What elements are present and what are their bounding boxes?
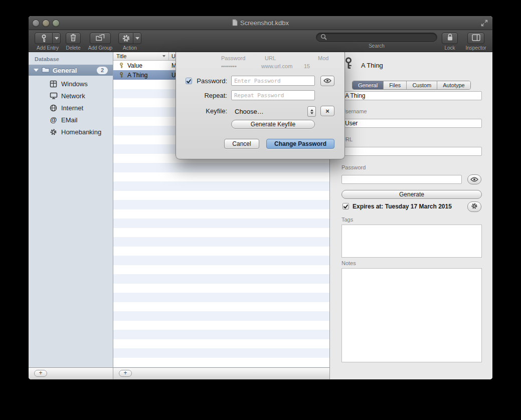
title-field[interactable]	[341, 91, 482, 100]
password-label: Password	[341, 164, 366, 170]
lock-icon	[446, 33, 454, 44]
lock-label: Lock	[441, 45, 459, 51]
document-icon	[232, 17, 238, 31]
keyfile-stepper[interactable]	[307, 106, 316, 117]
tags-field[interactable]	[341, 225, 482, 258]
inspector-panel: A Thing General Files Custom Autotype Us…	[330, 52, 492, 379]
change-password-button[interactable]: Change Password	[266, 139, 334, 149]
add-group-plus-button[interactable]: +	[34, 370, 47, 377]
password-checkbox[interactable]	[186, 78, 192, 84]
inspector-tabs: General Files Custom Autotype	[352, 81, 471, 90]
desktop: Screenshot.kdbx Add Entry Delete	[0, 0, 521, 420]
sidebar-item-label: EMail	[61, 116, 78, 124]
sidebar-group-label: General	[53, 67, 97, 74]
sidebar-item-internet[interactable]: Internet	[29, 102, 113, 114]
key-icon	[118, 72, 124, 80]
email-icon: @	[49, 116, 58, 123]
ghost-password-header: Password	[221, 55, 245, 61]
folders-icon	[95, 34, 105, 44]
sidebar-item-windows[interactable]: Windows	[29, 78, 113, 90]
eye-icon	[470, 175, 478, 184]
ghost-url-header: URL	[265, 55, 276, 61]
repeat-password-input[interactable]	[231, 90, 315, 100]
username-label: Username	[341, 108, 367, 114]
tags-label: Tags	[341, 217, 353, 223]
sidebar-item-label: Network	[61, 92, 85, 100]
list-bottom-bar: +	[113, 367, 329, 379]
add-group-button[interactable]	[90, 33, 111, 44]
url-field[interactable]	[341, 147, 482, 156]
tab-autotype[interactable]: Autotype	[437, 81, 470, 89]
sidebar: Database General 2 Windows Network	[29, 52, 113, 379]
action-button[interactable]	[118, 33, 141, 44]
password-field[interactable]	[341, 175, 462, 184]
clear-keyfile-button[interactable]: ×	[320, 106, 334, 116]
entry-title: A Thing	[127, 72, 147, 79]
inspector-button[interactable]	[467, 33, 484, 44]
tab-files[interactable]: Files	[383, 81, 406, 89]
close-icon: ×	[325, 107, 329, 115]
titlebar: Screenshot.kdbx	[29, 16, 492, 30]
add-group-label: Add Group	[86, 45, 114, 51]
chevron-down-icon[interactable]	[133, 33, 141, 44]
show-password-button[interactable]	[320, 76, 334, 86]
network-icon	[49, 92, 58, 99]
arrow-up-icon	[310, 109, 313, 111]
cancel-button[interactable]: Cancel	[224, 139, 259, 149]
username-field[interactable]	[341, 119, 482, 128]
add-entry-plus-button[interactable]: +	[119, 370, 132, 377]
disclosure-triangle-icon[interactable]	[34, 69, 39, 72]
ghost-modified-header: Mod	[318, 55, 328, 61]
column-header-title[interactable]: Title	[116, 53, 126, 59]
new-password-input[interactable]	[231, 76, 315, 86]
reveal-password-button[interactable]	[467, 174, 481, 184]
delete-label: Delete	[65, 45, 82, 51]
fullscreen-icon[interactable]	[481, 20, 488, 27]
windows-icon	[49, 80, 58, 88]
sidebar-item-label: Homebanking	[61, 128, 101, 136]
lock-button[interactable]	[442, 33, 458, 44]
arrow-down-icon	[310, 112, 313, 114]
app-window: Screenshot.kdbx Add Entry Delete	[29, 16, 492, 379]
entry-title: Value	[127, 62, 142, 69]
sort-arrow-icon	[162, 55, 165, 57]
search-input[interactable]	[329, 34, 433, 41]
window-title: Screenshot.kdbx	[29, 16, 492, 30]
chevron-down-icon[interactable]	[52, 33, 60, 44]
expires-checkbox[interactable]	[342, 203, 349, 209]
gear-icon	[119, 33, 133, 44]
sidebar-item-label: Windows	[61, 80, 88, 88]
keyfile-label: Keyfile:	[194, 107, 227, 115]
generate-keyfile-button[interactable]: Generate Keyfile	[231, 120, 315, 129]
notes-field[interactable]	[341, 268, 482, 362]
expires-label: Expires at: Tuesday 17 March 2015	[353, 203, 452, 210]
sidebar-group-general[interactable]: General 2	[29, 65, 113, 76]
homebanking-icon	[49, 128, 58, 136]
folder-icon	[42, 66, 50, 74]
toolbar: Add Entry Delete Add Group	[29, 30, 492, 52]
sidebar-item-homebanking[interactable]: Homebanking	[29, 126, 113, 138]
search-icon	[320, 33, 327, 42]
ghost-url-value: www.url.com	[261, 63, 292, 69]
eye-icon	[323, 77, 331, 85]
expires-settings-button[interactable]	[467, 201, 481, 212]
tab-custom[interactable]: Custom	[406, 81, 437, 89]
add-entry-button[interactable]	[35, 33, 61, 44]
search-label: Search	[316, 43, 437, 49]
key-icon	[35, 33, 52, 44]
tab-general[interactable]: General	[353, 81, 383, 89]
keyfile-value: Choose…	[235, 108, 264, 115]
checkmark-icon	[186, 77, 192, 86]
sidebar-item-network[interactable]: Network	[29, 90, 113, 102]
gear-icon	[471, 202, 478, 212]
column-divider[interactable]	[168, 52, 169, 60]
password-label: Password:	[194, 77, 227, 85]
inspector-entry-title: A Thing	[361, 62, 383, 69]
generate-password-button[interactable]: Generate	[341, 190, 482, 199]
ghost-modified-value: 15	[304, 63, 310, 69]
delete-button[interactable]	[66, 33, 81, 44]
sidebar-item-email[interactable]: @ EMail	[29, 114, 113, 126]
sidebar-item-label: Internet	[61, 104, 83, 112]
keyfile-popup[interactable]: Choose…	[231, 106, 316, 117]
search-field[interactable]	[316, 33, 437, 42]
